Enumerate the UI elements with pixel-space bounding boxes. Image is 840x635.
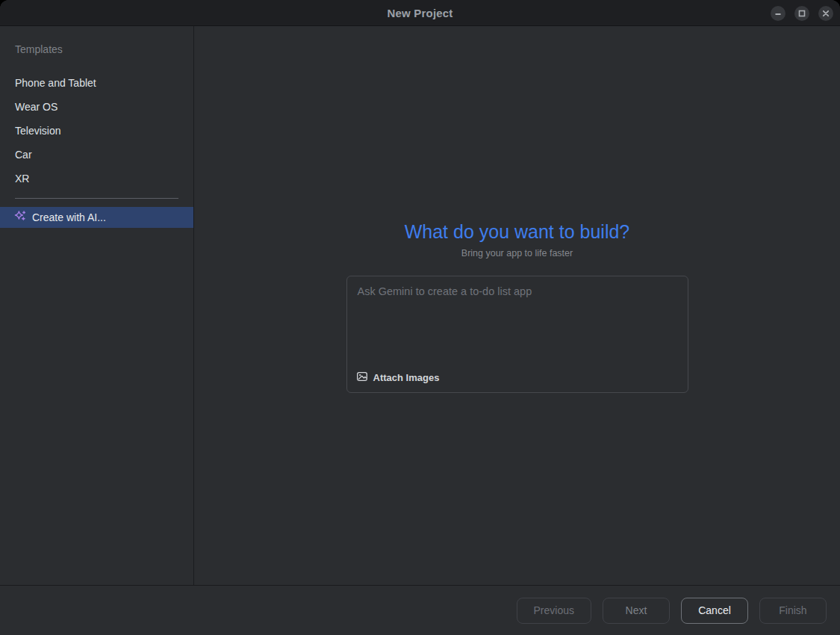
- image-icon: [356, 371, 368, 385]
- close-icon: [822, 10, 830, 17]
- sidebar-item-car[interactable]: Car: [0, 143, 193, 167]
- sidebar-item-create-with-ai[interactable]: Create with AI...: [0, 207, 193, 228]
- new-project-dialog: New Project Templates: [0, 0, 840, 635]
- gemini-prompt-input[interactable]: [347, 276, 688, 351]
- window-title: New Project: [387, 7, 452, 19]
- title-bar: New Project: [0, 0, 840, 26]
- page-title: What do you want to build?: [405, 220, 630, 244]
- gemini-sparkle-icon: [14, 210, 27, 225]
- sidebar-header: Templates: [0, 38, 193, 61]
- main-panel: What do you want to build? Bring your ap…: [194, 26, 840, 585]
- previous-button[interactable]: Previous: [517, 598, 591, 624]
- window-controls: [771, 0, 833, 26]
- sidebar-item-phone-and-tablet[interactable]: Phone and Tablet: [0, 71, 193, 95]
- templates-sidebar: Templates Phone and Tablet Wear OS Telev…: [0, 26, 194, 585]
- cancel-button[interactable]: Cancel: [681, 598, 748, 624]
- finish-button[interactable]: Finish: [759, 598, 827, 624]
- attach-images-button[interactable]: Attach Images: [356, 371, 440, 385]
- maximize-icon: [798, 10, 806, 17]
- minimize-button[interactable]: [771, 6, 785, 21]
- prompt-box: Attach Images: [346, 276, 688, 393]
- sidebar-item-wear-os[interactable]: Wear OS: [0, 95, 193, 119]
- sidebar-spacer: [0, 61, 193, 71]
- page-subtitle: Bring your app to life faster: [461, 248, 573, 258]
- sidebar-item-xr[interactable]: XR: [0, 167, 193, 190]
- dialog-content: Templates Phone and Tablet Wear OS Telev…: [0, 26, 840, 585]
- attach-images-label: Attach Images: [373, 372, 440, 383]
- maximize-button[interactable]: [794, 6, 809, 21]
- close-button[interactable]: [818, 6, 833, 21]
- sidebar-divider: [15, 198, 178, 199]
- sidebar-item-television[interactable]: Television: [0, 119, 193, 143]
- next-button[interactable]: Next: [603, 598, 670, 624]
- dialog-footer: Previous Next Cancel Finish: [0, 585, 840, 635]
- sidebar-item-label: Create with AI...: [32, 211, 106, 223]
- minimize-icon: [774, 10, 782, 17]
